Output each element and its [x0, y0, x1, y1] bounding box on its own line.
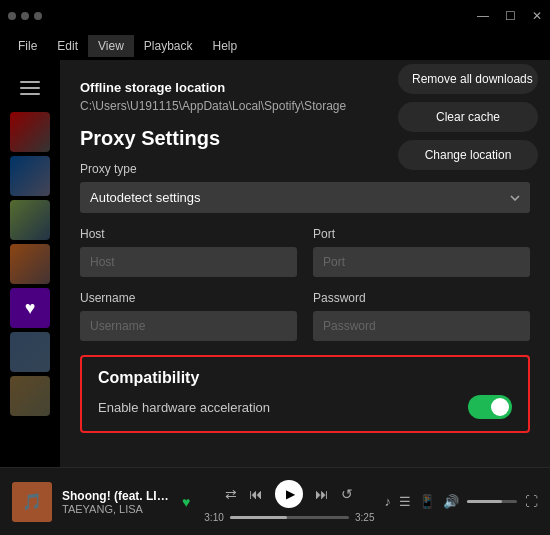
queue-icon[interactable]: ☰: [399, 494, 411, 509]
host-label: Host: [80, 227, 297, 241]
next-button[interactable]: ⏭: [315, 486, 329, 502]
action-buttons: Remove all downloads Clear cache Change …: [398, 64, 538, 170]
remove-downloads-button[interactable]: Remove all downloads: [398, 64, 538, 94]
player-buttons: ⇄ ⏮ ▶ ⏭ ↺: [225, 480, 353, 508]
play-icon: ▶: [286, 487, 295, 501]
sidebar-album-1[interactable]: [10, 112, 50, 152]
lyrics-icon[interactable]: ♪: [385, 494, 392, 509]
host-port-row: Host Port: [80, 227, 530, 277]
player-right-controls: ♪ ☰ 📱 🔊 ⛶: [385, 494, 539, 509]
play-button[interactable]: ▶: [275, 480, 303, 508]
host-input[interactable]: [80, 247, 297, 277]
menu-item-file[interactable]: File: [8, 35, 47, 57]
dot-2: [21, 12, 29, 20]
hw-accel-toggle[interactable]: [468, 395, 512, 419]
menu-item-view[interactable]: View: [88, 35, 134, 57]
username-col: Username: [80, 291, 297, 341]
port-col: Port: [313, 227, 530, 277]
sidebar-nav-icon[interactable]: [10, 68, 50, 108]
svg-rect-2: [20, 93, 40, 95]
clear-cache-button[interactable]: Clear cache: [398, 102, 538, 132]
port-label: Port: [313, 227, 530, 241]
player-heart-icon[interactable]: ♥: [182, 494, 190, 510]
svg-rect-1: [20, 87, 40, 89]
change-location-button[interactable]: Change location: [398, 140, 538, 170]
user-pass-row: Username Password: [80, 291, 530, 341]
titlebar: — ☐ ✕: [0, 0, 550, 32]
repeat-button[interactable]: ↺: [341, 486, 353, 502]
shuffle-button[interactable]: ⇄: [225, 486, 237, 502]
sidebar: ♥: [0, 60, 60, 467]
fullscreen-icon[interactable]: ⛶: [525, 494, 538, 509]
menu-item-edit[interactable]: Edit: [47, 35, 88, 57]
sidebar-liked-songs[interactable]: ♥: [10, 288, 50, 328]
username-input[interactable]: [80, 311, 297, 341]
player-bar: 🎵 Shoong! (feat. LISA of Bl... TAEYANG, …: [0, 467, 550, 535]
svg-rect-0: [20, 81, 40, 83]
player-controls: ⇄ ⏮ ▶ ⏭ ↺ 3:10 3:25: [204, 480, 374, 523]
progress-fill: [230, 516, 287, 519]
sidebar-album-2[interactable]: [10, 156, 50, 196]
maximize-button[interactable]: ☐: [505, 9, 516, 23]
host-col: Host: [80, 227, 297, 277]
menubar: File Edit View Playback Help: [0, 32, 550, 60]
close-button[interactable]: ✕: [532, 9, 542, 23]
username-label: Username: [80, 291, 297, 305]
compatibility-section: Compatibility Enable hardware accelerati…: [80, 355, 530, 433]
hw-accel-row-label: Enable hardware acceleration: [98, 400, 270, 415]
main-layout: ♥ Offline storage: [0, 60, 550, 467]
prev-button[interactable]: ⏮: [249, 486, 263, 502]
device-icon[interactable]: 📱: [419, 494, 435, 509]
sidebar-album-4[interactable]: [10, 244, 50, 284]
progress-bar[interactable]: [230, 516, 349, 519]
sidebar-album-6[interactable]: [10, 376, 50, 416]
dot-3: [34, 12, 42, 20]
toggle-slider: [468, 395, 512, 419]
proxy-type-select[interactable]: Autodetect settings No proxy HTTP SOCKS4…: [80, 182, 530, 213]
titlebar-controls: — ☐ ✕: [477, 9, 542, 23]
volume-bar[interactable]: [467, 500, 517, 503]
main-content: Offline storage location C:\Users\U19111…: [60, 60, 550, 467]
player-title: Shoong! (feat. LISA of Bl...: [62, 489, 172, 503]
progress-total: 3:25: [355, 512, 374, 523]
sidebar-album-3[interactable]: [10, 200, 50, 240]
menu-item-playback[interactable]: Playback: [134, 35, 203, 57]
titlebar-dots: [8, 12, 42, 20]
password-col: Password: [313, 291, 530, 341]
menu-item-help[interactable]: Help: [203, 35, 248, 57]
password-input[interactable]: [313, 311, 530, 341]
player-album-art: 🎵: [12, 482, 52, 522]
hw-accel-row: Enable hardware acceleration: [98, 395, 512, 419]
volume-icon[interactable]: 🔊: [443, 494, 459, 509]
player-artist: TAEYANG, LISA: [62, 503, 172, 515]
password-label: Password: [313, 291, 530, 305]
sidebar-album-5[interactable]: [10, 332, 50, 372]
minimize-button[interactable]: —: [477, 9, 489, 23]
player-info: Shoong! (feat. LISA of Bl... TAEYANG, LI…: [62, 489, 172, 515]
progress-bar-wrap: 3:10 3:25: [204, 512, 374, 523]
port-input[interactable]: [313, 247, 530, 277]
compatibility-title: Compatibility: [98, 369, 512, 387]
volume-fill: [467, 500, 502, 503]
dot-1: [8, 12, 16, 20]
progress-current: 3:10: [204, 512, 223, 523]
